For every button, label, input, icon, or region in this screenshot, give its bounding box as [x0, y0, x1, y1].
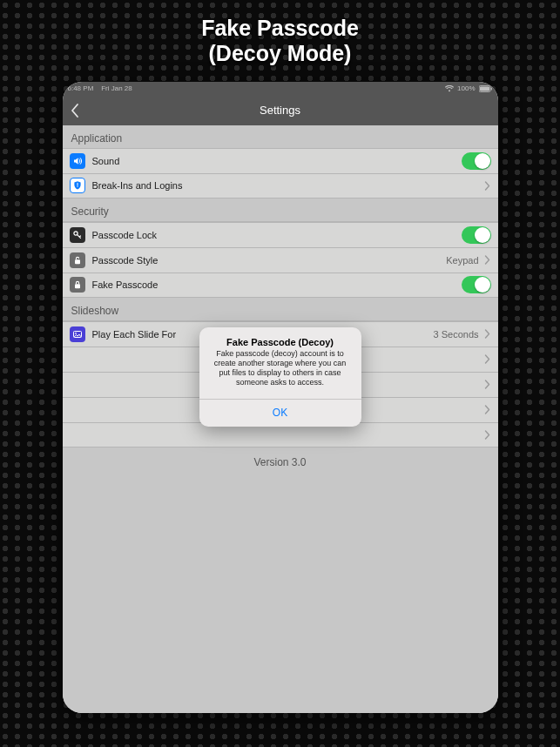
- chevron-right-icon: [484, 405, 491, 415]
- row-fake-passcode[interactable]: Fake Passcode: [63, 273, 498, 298]
- svg-rect-2: [490, 87, 491, 90]
- row-play-each-label: Play Each Slide For: [92, 329, 177, 340]
- version-label: Version 3.0: [63, 448, 498, 477]
- status-right: 100%: [445, 84, 492, 92]
- alert-dialog: Fake Passcode (Decoy) Fake passcode (dec…: [199, 327, 361, 427]
- row-passcode-lock[interactable]: Passcode Lock: [63, 222, 498, 247]
- section-header-security: Security: [63, 199, 498, 222]
- svg-rect-5: [75, 284, 80, 288]
- status-time: 6:48 PM: [68, 84, 94, 92]
- row-breakins-label: Break-Ins and Logins: [92, 180, 183, 191]
- toggle-fake-passcode[interactable]: [462, 276, 491, 293]
- chevron-right-icon: [484, 329, 491, 340]
- row-play-each-value: 3 Seconds: [434, 329, 479, 340]
- chevron-right-icon: [484, 354, 491, 365]
- lock-icon: [70, 277, 85, 293]
- status-bar: 6:48 PM Fri Jan 28 100%: [63, 82, 498, 96]
- nav-bar: Settings: [63, 96, 498, 125]
- alert-ok-button[interactable]: OK: [199, 400, 361, 427]
- lock-open-icon: [70, 252, 85, 268]
- sound-icon: [70, 153, 85, 169]
- chevron-right-icon: [484, 380, 491, 390]
- row-fake-passcode-label: Fake Passcode: [92, 279, 159, 290]
- toggle-sound[interactable]: [462, 152, 491, 170]
- marketing-line1: Fake Passcode: [201, 16, 359, 41]
- toggle-passcode-lock[interactable]: [462, 226, 491, 244]
- row-passcode-lock-label: Passcode Lock: [92, 230, 158, 240]
- svg-rect-1: [480, 86, 489, 91]
- section-header-slideshow: Slideshow: [63, 298, 498, 321]
- row-sound[interactable]: Sound: [63, 148, 498, 173]
- shield-icon: [70, 178, 85, 193]
- alert-body: Fake passcode (decoy) account is to crea…: [199, 349, 361, 399]
- marketing-line2: (Decoy Mode): [201, 41, 359, 66]
- device-frame: 6:48 PM Fri Jan 28 100% Settings Applica…: [63, 82, 498, 713]
- screen-body: Application Sound Break-Ins and Logins S…: [63, 125, 498, 713]
- status-date: Fri Jan 28: [101, 84, 132, 92]
- chevron-right-icon: [484, 180, 491, 191]
- row-passcode-style-value: Keypad: [446, 255, 478, 266]
- wifi-icon: [445, 85, 454, 92]
- chevron-right-icon: [484, 255, 491, 266]
- row-passcode-style[interactable]: Passcode Style Keypad: [63, 247, 498, 273]
- svg-rect-4: [75, 259, 80, 264]
- alert-title: Fake Passcode (Decoy): [199, 327, 361, 349]
- chevron-right-icon: [484, 429, 491, 440]
- svg-point-7: [75, 332, 77, 333]
- row-passcode-style-label: Passcode Style: [92, 255, 159, 266]
- status-battery-pct: 100%: [457, 84, 475, 92]
- section-header-application: Application: [63, 125, 498, 148]
- key-icon: [70, 227, 85, 243]
- photo-icon: [70, 326, 85, 342]
- back-button[interactable]: [70, 96, 80, 125]
- status-left: 6:48 PM Fri Jan 28: [68, 84, 132, 92]
- row-sound-label: Sound: [92, 156, 120, 166]
- battery-icon: [479, 85, 493, 92]
- nav-title: Settings: [260, 104, 300, 117]
- marketing-title: Fake Passcode (Decoy Mode): [201, 16, 359, 66]
- row-breakins[interactable]: Break-Ins and Logins: [63, 173, 498, 199]
